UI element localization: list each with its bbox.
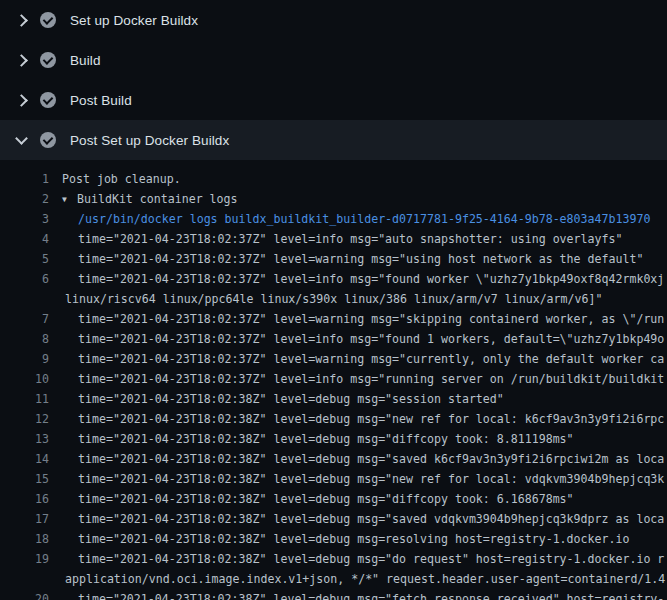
log-line: 7 time="2021-04-23T18:02:37Z" level=warn… — [0, 309, 667, 329]
log-line-number[interactable]: 7 — [0, 309, 49, 329]
log-line-number[interactable]: 16 — [0, 489, 49, 509]
actions-log-panel: Set up Docker Buildx Build Post Build Po… — [0, 0, 667, 600]
log-line: 1 Post job cleanup. — [0, 169, 667, 189]
log-line: 12 time="2021-04-23T18:02:38Z" level=deb… — [0, 409, 667, 429]
chevron-right-icon[interactable] — [12, 16, 30, 25]
triangle-down-icon[interactable]: ▼ — [62, 190, 77, 209]
log-line-text: linux/riscv64 linux/ppc64le linux/s390x … — [49, 289, 602, 309]
log-line-number[interactable]: 15 — [0, 469, 49, 489]
step-build[interactable]: Build — [0, 40, 667, 80]
steps-list: Set up Docker Buildx Build Post Build Po… — [0, 0, 667, 160]
log-line-text: time="2021-04-23T18:02:37Z" level=warnin… — [49, 249, 643, 269]
log-line: 9 time="2021-04-23T18:02:37Z" level=warn… — [0, 349, 667, 369]
log-line-number[interactable]: 18 — [0, 529, 49, 549]
log-line-number[interactable]: 19 — [0, 549, 49, 569]
log-line: 15 time="2021-04-23T18:02:38Z" level=deb… — [0, 469, 667, 489]
log-line-text: time="2021-04-23T18:02:37Z" level=info m… — [49, 329, 664, 349]
log-line-number[interactable]: 12 — [0, 409, 49, 429]
step-label: Set up Docker Buildx — [70, 13, 198, 28]
log-line: 8 time="2021-04-23T18:02:37Z" level=info… — [0, 329, 667, 349]
log-line-text: time="2021-04-23T18:02:38Z" level=debug … — [49, 549, 664, 569]
log-line-number[interactable]: 5 — [0, 249, 49, 269]
log-line-number[interactable]: 11 — [0, 389, 49, 409]
log-line-number[interactable]: 20 — [0, 589, 49, 600]
chevron-down-icon[interactable] — [12, 137, 30, 143]
log-group-header-text[interactable]: ▼BuildKit container logs — [49, 189, 238, 209]
log-line-number[interactable]: 10 — [0, 369, 49, 389]
log-line-text: time="2021-04-23T18:02:37Z" level=info m… — [49, 229, 622, 249]
log-line-text: time="2021-04-23T18:02:38Z" level=debug … — [49, 589, 664, 600]
log-line-text: Post job cleanup. — [49, 169, 181, 189]
log-line-number[interactable]: 9 — [0, 349, 49, 369]
log-line-text: application/vnd.oci.image.index.v1+json,… — [49, 569, 665, 589]
log-line-text: time="2021-04-23T18:02:38Z" level=debug … — [49, 409, 664, 429]
log-group-header[interactable]: 2 ▼BuildKit container logs — [0, 189, 667, 209]
log-line-text: time="2021-04-23T18:02:38Z" level=debug … — [49, 449, 664, 469]
step-label: Post Build — [70, 93, 132, 108]
step-label: Post Set up Docker Buildx — [70, 133, 229, 148]
log-line-continuation: application/vnd.oci.image.index.v1+json,… — [0, 569, 667, 589]
log-line-number — [0, 289, 49, 309]
log-line: 18 time="2021-04-23T18:02:38Z" level=deb… — [0, 529, 667, 549]
log-line: 4 time="2021-04-23T18:02:37Z" level=info… — [0, 229, 667, 249]
step-label: Build — [70, 53, 101, 68]
log-line-number[interactable]: 13 — [0, 429, 49, 449]
check-circle-icon — [40, 12, 56, 28]
log-line-text: time="2021-04-23T18:02:38Z" level=debug … — [49, 389, 504, 409]
log-line-continuation: linux/riscv64 linux/ppc64le linux/s390x … — [0, 289, 667, 309]
log-line-text: time="2021-04-23T18:02:38Z" level=debug … — [49, 469, 664, 489]
log-line-text: time="2021-04-23T18:02:38Z" level=debug … — [49, 489, 574, 509]
log-line-number[interactable]: 2 — [0, 189, 49, 209]
log-line: 6 time="2021-04-23T18:02:37Z" level=info… — [0, 269, 667, 289]
log-group-title: BuildKit container logs — [77, 192, 238, 206]
chevron-right-icon[interactable] — [12, 96, 30, 105]
log-line: 10 time="2021-04-23T18:02:37Z" level=inf… — [0, 369, 667, 389]
log-line: 3 /usr/bin/docker logs buildx_buildkit_b… — [0, 209, 667, 229]
log-line-text: time="2021-04-23T18:02:37Z" level=warnin… — [49, 349, 664, 369]
log-line-number[interactable]: 3 — [0, 209, 49, 229]
log-line-text: time="2021-04-23T18:02:38Z" level=debug … — [49, 509, 664, 529]
log-line-number[interactable]: 17 — [0, 509, 49, 529]
log-line-number[interactable]: 1 — [0, 169, 49, 189]
check-circle-icon — [40, 132, 56, 148]
log-line-text: time="2021-04-23T18:02:38Z" level=debug … — [49, 429, 574, 449]
log-line-text: time="2021-04-23T18:02:37Z" level=info m… — [49, 269, 664, 289]
step-set-up-docker-buildx[interactable]: Set up Docker Buildx — [0, 0, 667, 40]
log-line-number[interactable]: 4 — [0, 229, 49, 249]
log-line: 16 time="2021-04-23T18:02:38Z" level=deb… — [0, 489, 667, 509]
log-line: 5 time="2021-04-23T18:02:37Z" level=warn… — [0, 249, 667, 269]
log-line: 13 time="2021-04-23T18:02:38Z" level=deb… — [0, 429, 667, 449]
log-line-number[interactable]: 6 — [0, 269, 49, 289]
log-line-text: time="2021-04-23T18:02:38Z" level=debug … — [49, 529, 629, 549]
log-line-number[interactable]: 8 — [0, 329, 49, 349]
step-post-set-up-docker-buildx[interactable]: Post Set up Docker Buildx — [0, 120, 667, 160]
chevron-right-icon[interactable] — [12, 56, 30, 65]
step-post-build[interactable]: Post Build — [0, 80, 667, 120]
log-line: 14 time="2021-04-23T18:02:38Z" level=deb… — [0, 449, 667, 469]
log-line: 19 time="2021-04-23T18:02:38Z" level=deb… — [0, 549, 667, 569]
log-line-text: time="2021-04-23T18:02:37Z" level=info m… — [49, 369, 664, 389]
check-circle-icon — [40, 52, 56, 68]
log-line: 11 time="2021-04-23T18:02:38Z" level=deb… — [0, 389, 667, 409]
log-viewer: 1 Post job cleanup. 2 ▼BuildKit containe… — [0, 160, 667, 600]
log-line: 20 time="2021-04-23T18:02:38Z" level=deb… — [0, 589, 667, 600]
check-circle-icon — [40, 92, 56, 108]
log-line: 17 time="2021-04-23T18:02:38Z" level=deb… — [0, 509, 667, 529]
log-command-text: /usr/bin/docker logs buildx_buildkit_bui… — [49, 209, 650, 229]
log-line-number[interactable]: 14 — [0, 449, 49, 469]
log-line-number — [0, 569, 49, 589]
log-line-text: time="2021-04-23T18:02:37Z" level=warnin… — [49, 309, 664, 329]
